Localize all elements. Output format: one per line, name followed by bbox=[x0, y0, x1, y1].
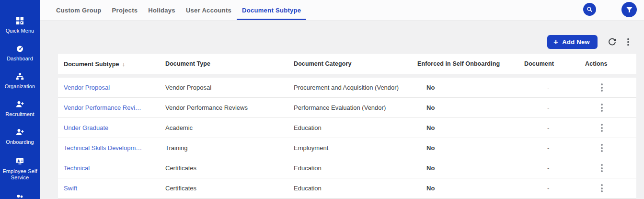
table-row: Swift Certificates Education No - bbox=[58, 178, 636, 199]
kebab-menu-icon bbox=[601, 164, 603, 172]
refresh-button[interactable] bbox=[604, 35, 620, 49]
sidebar-item-recruitment[interactable]: Recruitment bbox=[0, 95, 40, 123]
column-header-enforced-in-self-onboarding[interactable]: Enforced in Self Onboarding bbox=[417, 60, 524, 67]
kebab-menu-icon bbox=[627, 38, 629, 46]
search-button[interactable] bbox=[583, 3, 596, 16]
document-subtype-link[interactable]: Technical bbox=[64, 164, 90, 172]
row-actions-button[interactable] bbox=[598, 182, 606, 194]
sidebar-item-onboarding[interactable]: Onboarding bbox=[0, 123, 40, 151]
sidebar-item-label: Onboarding bbox=[6, 139, 34, 145]
table-row: Technical Certificates Education No - bbox=[58, 158, 636, 178]
filter-icon bbox=[626, 6, 633, 13]
row-actions-button[interactable] bbox=[598, 102, 606, 114]
column-header-document-category[interactable]: Document Category bbox=[294, 60, 417, 67]
document-cell: - bbox=[524, 144, 580, 152]
document-subtype-link[interactable]: Vendor Proposal bbox=[64, 84, 110, 91]
enforced-cell: No bbox=[417, 84, 524, 91]
document-category-cell: Education bbox=[294, 185, 417, 192]
document-category-cell: Employment bbox=[294, 144, 417, 152]
enforced-cell: No bbox=[417, 164, 524, 172]
sidebar-item-organization[interactable]: Organization bbox=[0, 67, 40, 95]
sidebar-item-label: Dashboard bbox=[7, 56, 33, 62]
tab-custom-group[interactable]: Custom Group bbox=[51, 0, 107, 20]
row-actions-button[interactable] bbox=[598, 142, 606, 154]
sidebar-item-label: Organization bbox=[5, 83, 35, 90]
row-actions-button[interactable] bbox=[598, 122, 606, 134]
dashboard-icon bbox=[16, 45, 24, 53]
sidebar: Quick Menu Dashboard Organi bbox=[0, 0, 40, 199]
plus-icon: + bbox=[553, 38, 558, 46]
column-header-document[interactable]: Document bbox=[524, 60, 580, 67]
kebab-menu-icon bbox=[601, 144, 603, 152]
table-row: Vendor Proposal Vendor Proposal Procurem… bbox=[58, 78, 636, 98]
table-row: Vendor Performance Revi… Vendor Performa… bbox=[58, 98, 636, 118]
document-subtype-link[interactable]: Under Graduate bbox=[64, 124, 108, 131]
document-subtype-table: Document Subtype↓ Document Type Document… bbox=[58, 54, 636, 199]
document-subtype-link[interactable]: Swift bbox=[64, 185, 77, 192]
add-new-label: Add New bbox=[562, 38, 590, 46]
table-row: Technical Skills Developm… Training Empl… bbox=[58, 138, 636, 158]
sort-descending-icon: ↓ bbox=[122, 60, 126, 68]
document-type-cell: Academic bbox=[165, 124, 294, 131]
tab-document-subtype[interactable]: Document Subtype bbox=[237, 0, 306, 20]
document-type-cell: Certificates bbox=[165, 185, 294, 192]
column-header-document-type[interactable]: Document Type bbox=[165, 60, 294, 67]
sidebar-item-dashboard[interactable]: Dashboard bbox=[0, 39, 40, 67]
column-header-actions: Actions bbox=[580, 60, 636, 67]
enforced-cell: No bbox=[417, 104, 524, 111]
enforced-cell: No bbox=[417, 185, 524, 192]
document-category-cell: Education bbox=[294, 164, 417, 172]
table-header-row: Document Subtype↓ Document Type Document… bbox=[58, 54, 636, 74]
kebab-menu-icon bbox=[601, 184, 603, 192]
tab-bar: Custom Group Projects Holidays User Acco… bbox=[40, 0, 644, 21]
column-header-document-subtype[interactable]: Document Subtype↓ bbox=[58, 60, 165, 68]
enforced-cell: No bbox=[417, 124, 524, 131]
tab-projects[interactable]: Projects bbox=[107, 0, 143, 20]
app-window: Quick Menu Dashboard Organi bbox=[0, 0, 644, 199]
document-cell: - bbox=[524, 164, 580, 172]
row-actions-button[interactable] bbox=[598, 82, 606, 94]
kebab-menu-icon bbox=[601, 104, 603, 112]
sidebar-item-employee-self-service[interactable]: Employee Self Service bbox=[0, 151, 40, 187]
refresh-icon bbox=[608, 37, 617, 47]
sidebar-item-label: Quick Menu bbox=[6, 28, 34, 34]
document-category-cell: Performance Evaluation (Vendor) bbox=[294, 104, 417, 111]
tab-holidays[interactable]: Holidays bbox=[143, 0, 181, 20]
main-content: Custom Group Projects Holidays User Acco… bbox=[40, 0, 644, 199]
sidebar-item-quick-menu[interactable]: Quick Menu bbox=[0, 12, 40, 39]
document-cell: - bbox=[524, 185, 580, 192]
sidebar-item-label: Recruitment bbox=[5, 111, 34, 117]
sidebar-item-label: Employee Self Service bbox=[0, 168, 40, 181]
document-category-cell: Education bbox=[294, 124, 417, 131]
employee-self-service-icon bbox=[16, 157, 24, 165]
enforced-cell: No bbox=[417, 144, 524, 152]
row-actions-button[interactable] bbox=[598, 162, 606, 174]
kebab-menu-icon bbox=[601, 83, 603, 92]
document-cell: - bbox=[524, 104, 580, 111]
table-row: Under Graduate Academic Education No - bbox=[58, 118, 636, 138]
kebab-menu-icon bbox=[601, 124, 603, 132]
document-type-cell: Vendor Performance Reviews bbox=[165, 104, 294, 111]
document-subtype-link[interactable]: Technical Skills Developm… bbox=[64, 144, 142, 152]
document-type-cell: Certificates bbox=[165, 164, 294, 172]
quick-menu-icon bbox=[16, 17, 24, 25]
more-options-button[interactable] bbox=[620, 35, 636, 49]
document-subtype-link[interactable]: Vendor Performance Revi… bbox=[64, 104, 141, 111]
document-cell: - bbox=[524, 84, 580, 91]
sidebar-item-partial-icon[interactable] bbox=[16, 192, 24, 199]
search-icon bbox=[586, 6, 593, 13]
organization-icon bbox=[16, 72, 24, 81]
onboarding-icon bbox=[16, 128, 24, 136]
add-new-button[interactable]: + Add New bbox=[547, 35, 598, 49]
document-category-cell: Procurement and Acquisition (Vendor) bbox=[294, 84, 417, 91]
table-body: Vendor Proposal Vendor Proposal Procurem… bbox=[58, 78, 636, 199]
document-cell: - bbox=[524, 124, 580, 131]
document-type-cell: Training bbox=[165, 144, 294, 152]
tab-user-accounts[interactable]: User Accounts bbox=[181, 0, 237, 20]
recruitment-icon bbox=[16, 100, 24, 108]
document-type-cell: Vendor Proposal bbox=[165, 84, 294, 91]
filter-button[interactable] bbox=[621, 2, 637, 17]
table-toolbar: + Add New bbox=[547, 35, 636, 49]
